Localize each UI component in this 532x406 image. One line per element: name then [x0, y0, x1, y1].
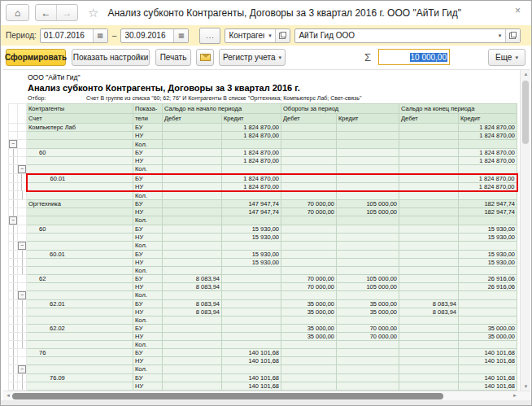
- cell-value[interactable]: [399, 140, 459, 149]
- cell-value[interactable]: 70 000,00: [281, 282, 337, 290]
- chevron-down-icon[interactable]: ▾: [264, 33, 275, 39]
- collapse-group-button[interactable]: −: [18, 365, 26, 373]
- cell-value[interactable]: [163, 348, 222, 356]
- more-button[interactable]: Еще▾: [488, 49, 525, 66]
- cell-indicator[interactable]: Кол.: [133, 216, 163, 225]
- cell-value[interactable]: [281, 316, 337, 324]
- cell-value[interactable]: [399, 282, 459, 290]
- cell-value[interactable]: 8 083,94: [163, 299, 222, 308]
- cell-indicator[interactable]: БУ: [133, 174, 163, 183]
- cell-account[interactable]: [27, 266, 133, 274]
- cell-value[interactable]: [337, 250, 399, 258]
- cell-value[interactable]: [337, 348, 399, 356]
- cell-account[interactable]: [27, 165, 133, 174]
- register-button[interactable]: Регистр учета▾: [219, 49, 286, 66]
- cell-value[interactable]: [222, 266, 281, 274]
- cell-value[interactable]: [281, 365, 337, 373]
- cell-value[interactable]: [222, 299, 281, 308]
- cell-value[interactable]: 35 000,00: [337, 299, 399, 308]
- cell-value[interactable]: 70 000,00: [281, 207, 337, 216]
- cell-value[interactable]: [399, 207, 459, 216]
- cell-value[interactable]: [281, 233, 337, 241]
- cell-indicator[interactable]: НУ: [133, 157, 163, 165]
- cell-value[interactable]: [222, 290, 281, 299]
- cell-value[interactable]: 15 930,00: [459, 225, 517, 233]
- cell-indicator[interactable]: БУ: [133, 225, 163, 233]
- cell-value[interactable]: [163, 373, 222, 382]
- cell-value[interactable]: [337, 132, 399, 140]
- cell-value[interactable]: [163, 382, 222, 390]
- cell-value[interactable]: 140 101,68: [459, 373, 517, 382]
- cell-value[interactable]: 1 824 870,00: [459, 149, 517, 157]
- cell-value[interactable]: 35 000,00: [337, 308, 399, 316]
- cell-value[interactable]: 15 930,00: [459, 250, 517, 258]
- mail-button[interactable]: [196, 49, 214, 66]
- cell-indicator[interactable]: НУ: [133, 258, 163, 266]
- cell-value[interactable]: [399, 290, 459, 299]
- cell-account[interactable]: [27, 191, 133, 200]
- cell-account[interactable]: 60: [27, 225, 133, 233]
- cell-value[interactable]: [337, 165, 399, 174]
- cell-value[interactable]: [399, 241, 459, 250]
- cell-indicator[interactable]: БУ: [133, 299, 163, 308]
- cell-value[interactable]: [222, 332, 281, 340]
- cell-value[interactable]: 140 101,68: [222, 356, 281, 365]
- cell-value[interactable]: [337, 356, 399, 365]
- cell-account[interactable]: [27, 157, 133, 165]
- horizontal-scroll-thumb[interactable]: [12, 393, 443, 399]
- cell-value[interactable]: 70 000,00: [281, 274, 337, 282]
- cell-value[interactable]: [163, 174, 222, 183]
- cell-value[interactable]: [459, 241, 517, 250]
- cell-account[interactable]: 60: [27, 149, 133, 157]
- cell-value[interactable]: [399, 157, 459, 165]
- cell-value[interactable]: [222, 365, 281, 373]
- cell-account[interactable]: [27, 132, 133, 140]
- cell-indicator[interactable]: Кол.: [133, 290, 163, 299]
- cell-value[interactable]: 35 000,00: [281, 308, 337, 316]
- cell-value[interactable]: [399, 250, 459, 258]
- cell-value[interactable]: [399, 258, 459, 266]
- cell-value[interactable]: [399, 382, 459, 390]
- cell-value[interactable]: 140 101,68: [222, 348, 281, 356]
- cell-value[interactable]: [399, 149, 459, 157]
- cell-value[interactable]: 1 824 870,00: [222, 174, 281, 183]
- cell-value[interactable]: [399, 332, 459, 340]
- cell-value[interactable]: [163, 182, 222, 191]
- cell-value[interactable]: [163, 216, 222, 225]
- cell-value[interactable]: [222, 316, 281, 324]
- cell-value[interactable]: [163, 132, 222, 140]
- cell-value[interactable]: 26 916,06: [459, 282, 517, 290]
- cell-value[interactable]: [163, 149, 222, 157]
- cell-value[interactable]: 35 000,00: [281, 324, 337, 332]
- cell-indicator[interactable]: БУ: [133, 124, 163, 132]
- cell-indicator[interactable]: НУ: [133, 233, 163, 241]
- cell-value[interactable]: [222, 191, 281, 200]
- cell-value[interactable]: [459, 266, 517, 274]
- cell-value[interactable]: [163, 165, 222, 174]
- cell-value[interactable]: [337, 241, 399, 250]
- cell-value[interactable]: [399, 316, 459, 324]
- cell-value[interactable]: [399, 233, 459, 241]
- cell-account[interactable]: [27, 207, 133, 216]
- cell-value[interactable]: 140 101,68: [222, 373, 281, 382]
- cell-account[interactable]: [27, 365, 133, 373]
- cell-account[interactable]: Компьютерс Лаб: [27, 124, 133, 132]
- cell-value[interactable]: [337, 266, 399, 274]
- cell-account[interactable]: 60.01: [27, 174, 133, 183]
- cell-value[interactable]: [281, 373, 337, 382]
- vertical-scroll-thumb[interactable]: [522, 81, 529, 144]
- cell-value[interactable]: 8 083,94: [163, 282, 222, 290]
- cell-value[interactable]: [399, 373, 459, 382]
- collapse-group-button[interactable]: −: [9, 216, 17, 225]
- cell-value[interactable]: [399, 340, 459, 348]
- date-to-field[interactable]: 30.09.2016 ▦: [120, 28, 189, 43]
- cell-indicator[interactable]: НУ: [133, 308, 163, 316]
- cell-value[interactable]: [163, 356, 222, 365]
- cell-indicator[interactable]: БУ: [133, 348, 163, 356]
- cell-value[interactable]: [281, 124, 337, 132]
- cell-value[interactable]: 1 824 870,00: [459, 157, 517, 165]
- cell-value[interactable]: [163, 324, 222, 332]
- cell-account[interactable]: [27, 316, 133, 324]
- cell-value[interactable]: 1 824 870,00: [222, 182, 281, 191]
- organization-combo[interactable]: АйТи Гид ООО ▾: [294, 28, 521, 43]
